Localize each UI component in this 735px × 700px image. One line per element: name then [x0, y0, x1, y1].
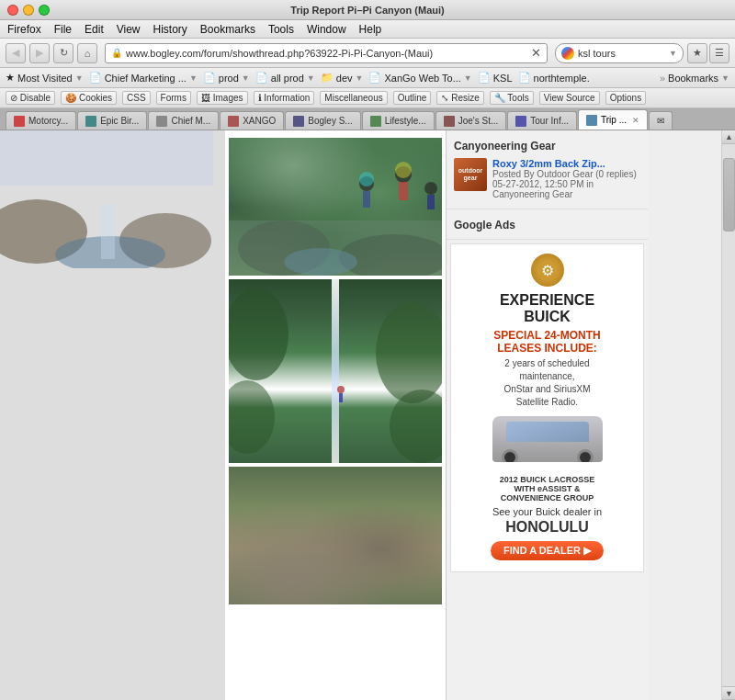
bookmark-chief-marketing[interactable]: 📄Chief Marketing ...▼ [89, 72, 198, 84]
bookmark-most-visited[interactable]: ★Most Visited▼ [6, 72, 84, 84]
titlebar: Trip Report Pi–Pi Canyon (Maui) [0, 0, 735, 20]
ext-forms[interactable]: Forms [156, 91, 191, 105]
ext-disable[interactable]: ⊘ Disable [6, 91, 55, 105]
maximize-button[interactable] [39, 5, 50, 16]
ad-body: 2 years of scheduledmaintenance,OnStar a… [460, 357, 634, 409]
bookmark-ksl[interactable]: 📄KSL [478, 72, 513, 84]
home-button[interactable]: ⌂ [77, 43, 97, 63]
forward-button[interactable]: ▶ [29, 43, 50, 63]
window-title: Trip Report Pi–Pi Canyon (Maui) [290, 5, 444, 16]
search-text[interactable]: ksl tours [578, 48, 616, 59]
svg-rect-9 [427, 195, 435, 209]
ext-resize[interactable]: ⤡ Resize [436, 91, 483, 105]
menu-help[interactable]: Help [359, 23, 382, 36]
bookmark-xango[interactable]: 📄XanGo Web To...▼ [368, 72, 471, 84]
tab-epic-bir[interactable]: Epic Bir... [77, 111, 147, 130]
search-bar[interactable]: ksl tours ▼ [555, 43, 684, 63]
menu-bookmarks[interactable]: Bookmarks [200, 23, 255, 36]
tab-favicon [370, 116, 381, 127]
ext-css[interactable]: CSS [122, 91, 151, 105]
menu-tools[interactable]: Tools [268, 23, 294, 36]
bookmark-prod[interactable]: 📄prod▼ [203, 72, 250, 84]
canyoneering-gear-heading: Canyoneering Gear [454, 136, 640, 154]
car-body [492, 416, 603, 462]
right-sidebar: Canyoneering Gear outdoorgear Roxy 3/2mm… [446, 130, 648, 700]
tab-close-icon[interactable]: ✕ [632, 116, 639, 125]
ad-subheadline: SPECIAL 24-MONTHLEASES INCLUDE: [460, 329, 634, 355]
close-button[interactable] [7, 5, 18, 16]
buick-logo: ⚙ [531, 254, 564, 287]
tab-mail[interactable]: ✉ [649, 111, 673, 130]
google-ads-heading: Google Ads [454, 215, 640, 233]
tab-lifestyle[interactable]: Lifestyle... [362, 111, 435, 130]
buick-ad[interactable]: ⚙ EXPERIENCEBUICK SPECIAL 24-MONTHLEASES… [450, 243, 644, 572]
svg-rect-17 [339, 393, 343, 402]
reload-button[interactable]: ↻ [53, 43, 74, 63]
ad-city: HONOLULU [460, 519, 634, 536]
ext-view-source[interactable]: View Source [539, 91, 600, 105]
tab-trip[interactable]: Trip ... ✕ [578, 109, 648, 130]
menubar: Firefox File Edit View History Bookmarks… [0, 20, 735, 39]
ext-tools[interactable]: 🔧 Tools [490, 91, 534, 105]
menu-button[interactable]: ☰ [709, 43, 729, 63]
canyoneering-gear-section: Canyoneering Gear outdoorgear Roxy 3/2mm… [447, 130, 648, 209]
car-wheel-left [502, 449, 518, 462]
minimize-button[interactable] [23, 5, 34, 16]
ext-outline[interactable]: Outline [393, 91, 432, 105]
tab-favicon [14, 116, 25, 127]
tab-favicon [444, 116, 455, 127]
bookmark-star-button[interactable]: ★ [687, 43, 707, 63]
svg-point-8 [424, 182, 437, 195]
search-dropdown-icon[interactable]: ▼ [669, 49, 677, 58]
gear-posted-by: Posted By Outdoor Gear (0 replies) [492, 169, 640, 179]
svg-point-11 [359, 172, 374, 186]
tab-xango[interactable]: XANGO [220, 111, 284, 130]
address-bar[interactable]: 🔒 www.bogley.com/forum/showthread.php?63… [105, 43, 548, 63]
tab-favicon [85, 116, 96, 127]
photo-stream-pool[interactable] [229, 467, 442, 604]
photo-canyoneering-group[interactable] [229, 138, 442, 276]
ad-car-caption: 2012 BUICK LACROSSEWITH eASSIST &CONVENI… [460, 475, 634, 502]
menu-history[interactable]: History [153, 23, 187, 36]
menu-window[interactable]: Window [307, 23, 346, 36]
svg-point-14 [229, 380, 275, 454]
svg-rect-5 [363, 191, 370, 208]
menu-file[interactable]: File [54, 23, 72, 36]
bookmarks-bar: ★Most Visited▼ 📄Chief Marketing ...▼ 📄pr… [0, 68, 735, 88]
back-button[interactable]: ◀ [6, 43, 26, 63]
svg-point-3 [284, 248, 357, 276]
ext-cookies[interactable]: 🍪 Cookies [61, 91, 117, 105]
tab-chief-m[interactable]: Chief M... [148, 111, 219, 130]
tab-tour-inf[interactable]: Tour Inf... [507, 111, 577, 130]
gear-title[interactable]: Roxy 3/2mm Back Zip... [492, 158, 640, 169]
ext-information[interactable]: ℹ Information [254, 91, 315, 105]
car-wheel-right [577, 449, 594, 462]
photo-waterfall[interactable] [229, 279, 442, 463]
extensions-bar: ⊘ Disable 🍪 Cookies CSS Forms 🖼 Images ℹ… [0, 88, 735, 108]
ext-options[interactable]: Options [605, 91, 646, 105]
refresh-icon[interactable]: ✕ [531, 46, 541, 60]
google-ads-section: ⚙ EXPERIENCEBUICK SPECIAL 24-MONTHLEASES… [447, 240, 648, 700]
lock-icon: 🔒 [111, 48, 122, 58]
ext-miscellaneous[interactable]: Miscellaneous [320, 91, 387, 105]
menu-firefox[interactable]: Firefox [7, 23, 41, 36]
tab-joes[interactable]: Joe's St... [435, 111, 507, 130]
bookmark-northtemple[interactable]: 📄northtemple. [518, 72, 590, 84]
svg-point-13 [376, 302, 442, 403]
menu-view[interactable]: View [117, 23, 141, 36]
navbar: ◀ ▶ ↻ ⌂ 🔒 www.bogley.com/forum/showthrea… [0, 39, 735, 68]
ad-location-text: See your Buick dealer in [460, 506, 634, 517]
menu-edit[interactable]: Edit [85, 23, 104, 36]
main-area: Canyoneering Gear outdoorgear Roxy 3/2mm… [0, 130, 735, 700]
find-dealer-button[interactable]: FIND A DEALER ▶ [491, 541, 604, 560]
car-window [506, 422, 589, 442]
ext-images[interactable]: 🖼 Images [197, 91, 248, 105]
bookmark-bookmarks-folder[interactable]: »Bookmarks▼ [660, 73, 729, 84]
tab-favicon [156, 116, 167, 127]
address-text[interactable]: www.bogley.com/forum/showthread.php?6392… [126, 48, 433, 59]
bookmark-all-prod[interactable]: 📄all prod▼ [255, 72, 315, 84]
tab-bogley[interactable]: Bogley S... [285, 111, 360, 130]
tab-motorcycles[interactable]: Motorcy... [6, 111, 76, 130]
bookmark-dev[interactable]: 📁dev▼ [321, 72, 364, 84]
tabs-bar: Motorcy... Epic Bir... Chief M... XANGO … [0, 108, 735, 130]
